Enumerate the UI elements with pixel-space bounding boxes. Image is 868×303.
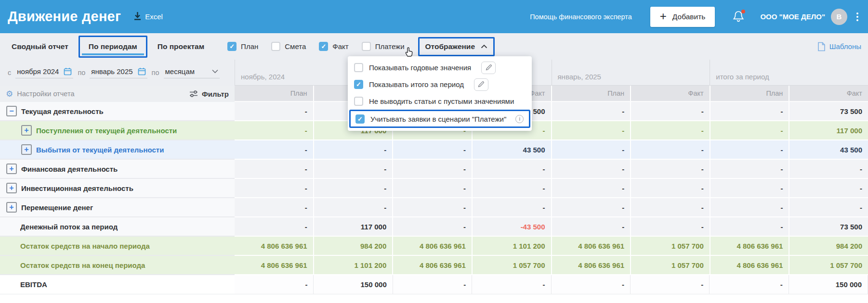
collapse-minus-icon[interactable]: −: [6, 106, 17, 116]
value-cell: -: [314, 160, 394, 179]
display-menu-item-label: Показывать итого за период: [369, 80, 464, 88]
value-cell: 117 000: [789, 121, 868, 140]
excel-export-link[interactable]: Excel: [133, 12, 163, 22]
value-cell: -: [473, 160, 552, 179]
row-label-cell: Остаток средств на конец периода: [0, 256, 235, 275]
info-icon[interactable]: i: [515, 115, 524, 123]
checkbox-unchecked-icon[interactable]: [271, 42, 280, 51]
pencil-edit-icon[interactable]: [474, 78, 488, 91]
col-header-plan: План: [552, 86, 631, 102]
tab-by-periods[interactable]: По периодам: [83, 42, 143, 51]
value-cell: -: [710, 198, 790, 217]
value-cell: 4 806 636 961: [393, 256, 473, 275]
expand-plus-icon[interactable]: +: [21, 125, 32, 136]
value-cell: -: [631, 121, 710, 140]
checkbox-checked-icon[interactable]: ✓: [227, 42, 237, 51]
row-label[interactable]: Поступления от текущей деятельности: [36, 126, 177, 135]
tab-by-projects[interactable]: По проектам: [152, 42, 210, 51]
display-options-button[interactable]: Отображение: [418, 37, 495, 56]
value-cell: -: [552, 198, 631, 217]
value-cell: -: [631, 160, 710, 179]
value-cell: 1 101 200: [314, 256, 394, 275]
value-cell: -: [789, 179, 868, 198]
value-cell: -: [552, 121, 631, 140]
checkbox-unchecked-icon[interactable]: [354, 63, 363, 72]
value-cell: 4 806 636 961: [235, 256, 314, 275]
value-cell: -: [235, 121, 314, 140]
filter-button[interactable]: Фильтр: [189, 90, 229, 98]
row-label: Инвестиционная деятельность: [21, 184, 133, 192]
date-to-field[interactable]: январь 2025: [90, 67, 147, 78]
chevron-up-icon: [481, 44, 487, 49]
templates-button[interactable]: Шаблоны: [817, 42, 861, 51]
row-label: Денежный поток за период: [20, 223, 118, 231]
notifications-bell-icon[interactable]: [732, 10, 746, 24]
display-menu-item-2[interactable]: ✓Показывать итого за период: [348, 76, 532, 93]
add-button[interactable]: + Добавить: [650, 7, 715, 27]
tab-summary-report[interactable]: Сводный отчет: [6, 42, 74, 51]
value-cell: 4 806 636 961: [710, 237, 790, 256]
top-header-bar: Движение денег Excel Помощь финансового …: [0, 0, 868, 33]
granularity-label: по: [152, 69, 159, 76]
value-cell: 4 806 636 961: [393, 237, 473, 256]
col-header-plan: План: [235, 86, 314, 102]
expand-plus-icon[interactable]: +: [6, 202, 17, 213]
value-cell: -: [631, 179, 710, 198]
checkbox-unchecked-icon[interactable]: [362, 42, 371, 51]
value-cell: -: [710, 140, 790, 160]
pencil-edit-icon[interactable]: [481, 62, 496, 74]
financial-expert-help-link[interactable]: Помощь финансового эксперта: [530, 13, 632, 21]
expand-plus-icon[interactable]: +: [21, 144, 32, 155]
checkbox-checked-icon[interactable]: ✓: [319, 42, 328, 51]
value-cell: -: [789, 160, 868, 179]
company-name[interactable]: ООО "МОЕ ДЕЛО": [760, 13, 825, 21]
calendar-icon: [64, 67, 72, 76]
value-cell: 1 057 700: [631, 256, 710, 275]
notification-dot: [741, 10, 745, 13]
display-menu-item-1[interactable]: Показывать годовые значения: [348, 59, 532, 76]
value-cell: -: [552, 140, 631, 160]
scenario-checkbox-1[interactable]: ✓План: [227, 42, 258, 51]
row-label-cell: +Поступления от текущей деятельности: [0, 121, 235, 140]
excel-label: Excel: [145, 13, 163, 21]
gear-icon[interactable]: ⚙: [6, 89, 13, 99]
value-cell: -: [314, 179, 394, 198]
value-cell: -: [552, 275, 631, 294]
scenario-checkbox-4[interactable]: Платежи: [362, 42, 405, 51]
display-options-dropdown: Показывать годовые значения✓Показывать и…: [348, 56, 532, 131]
checkbox-checked-icon[interactable]: ✓: [354, 80, 363, 89]
row-label: Остаток средств на начало периода: [20, 242, 150, 250]
expand-plus-icon[interactable]: +: [6, 183, 17, 193]
checkbox-checked-icon[interactable]: ✓: [355, 114, 365, 124]
chevron-down-icon: [212, 69, 218, 74]
report-settings-cell: ⚙ Настройки отчета Фильтр: [0, 86, 235, 102]
value-cell: 1 057 700: [473, 256, 552, 275]
scenario-checkbox-2[interactable]: Смета: [271, 42, 306, 51]
row-label[interactable]: Выбытия от текущей деятельности: [36, 146, 164, 154]
granularity-select[interactable]: месяцам: [164, 67, 220, 78]
templates-label: Шаблоны: [829, 42, 861, 50]
checkbox-unchecked-icon[interactable]: [354, 97, 363, 106]
display-options-label: Отображение: [425, 42, 475, 51]
date-from-field[interactable]: ноября 2024: [15, 67, 73, 78]
cash-flow-app: Движение денег Excel Помощь финансового …: [0, 0, 868, 303]
avatar[interactable]: В: [831, 9, 847, 25]
value-cell: -: [235, 140, 314, 160]
value-cell: -: [393, 275, 472, 294]
expand-plus-icon[interactable]: +: [6, 164, 17, 174]
display-menu-item-3[interactable]: Не выводить статьи с пустыми значениями: [348, 93, 532, 110]
report-settings-label[interactable]: Настройки отчета: [17, 90, 74, 98]
add-button-label: Добавить: [672, 13, 706, 21]
row-label-cell: +Финансовая деятельность: [0, 160, 235, 179]
table-row: Денежный поток за период-117 000--43 500…: [0, 217, 868, 237]
filter-icon: [189, 90, 198, 97]
col-header-fact: Факт: [631, 86, 710, 102]
value-cell: -: [710, 217, 790, 237]
row-label-cell: −Текущая деятельность: [0, 102, 235, 121]
display-menu-item-4[interactable]: ✓Учитывать заявки в сценарии "Платежи"i: [349, 110, 530, 128]
row-label-cell: EBITDA: [0, 275, 235, 294]
kebab-menu-icon[interactable]: [855, 11, 860, 23]
col-header-fact: Факт: [789, 86, 868, 102]
scenario-checkbox-label: Платежи: [375, 42, 405, 50]
scenario-checkbox-3[interactable]: ✓Факт: [319, 42, 348, 51]
